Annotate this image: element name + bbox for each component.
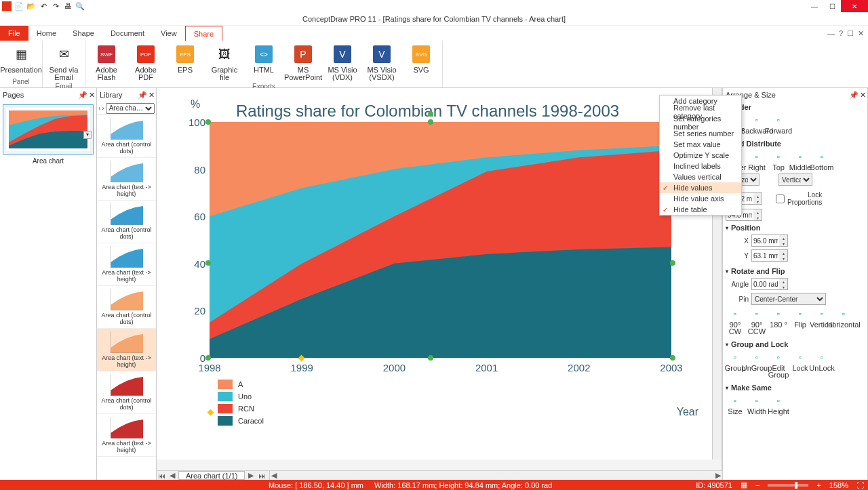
maximize-button[interactable]: ☐: [823, 0, 841, 12]
page-tab[interactable]: Area chart (1/1): [178, 471, 245, 480]
selection-handle[interactable]: [205, 119, 211, 125]
arrange-button[interactable]: ▫UnLock: [812, 351, 831, 378]
chart-object[interactable]: % Ratings share for Colombian TV channel…: [177, 95, 678, 426]
library-item[interactable]: Area chart (text -> height): [97, 158, 156, 201]
ribbon-button[interactable]: PMS PowerPoint: [286, 43, 320, 81]
ribbon-help-icon[interactable]: ?: [839, 29, 843, 38]
distribute-v[interactable]: Vertical: [778, 173, 812, 186]
minimize-button[interactable]: —: [806, 0, 823, 12]
ribbon-button[interactable]: VMS Visio (VDX): [326, 43, 359, 81]
ribbon-button[interactable]: SWFAdobe Flash: [90, 43, 123, 81]
ribbon-button[interactable]: ✉Send via Email: [47, 43, 81, 81]
pin-icon[interactable]: 📌: [78, 91, 87, 100]
section-header[interactable]: Make Same: [726, 382, 865, 393]
arrange-button[interactable]: ▫Height: [769, 394, 788, 415]
status-grid-icon[interactable]: ▦: [741, 481, 747, 489]
selection-handle[interactable]: [670, 260, 675, 266]
arrange-button[interactable]: ▫Middle: [791, 150, 810, 171]
selection-handle[interactable]: [670, 355, 675, 361]
library-item[interactable]: Area chart (text -> height): [97, 414, 156, 457]
ribbon-close-icon[interactable]: ✕: [858, 29, 864, 38]
zoom-controls-icon[interactable]: ⛶: [856, 481, 864, 489]
arrange-button[interactable]: ▫90° CCW: [747, 308, 766, 335]
context-menu-item[interactable]: ✓Hide table: [660, 204, 741, 215]
context-menu-item[interactable]: Optimize Y scale: [660, 150, 741, 161]
selection-handle[interactable]: [428, 119, 433, 125]
pin-icon[interactable]: 📌: [849, 91, 859, 100]
context-menu-item[interactable]: Set series number: [660, 128, 741, 139]
library-item[interactable]: Area chart (control dots): [97, 286, 156, 329]
anchor-handle[interactable]: [208, 409, 214, 416]
arrange-button[interactable]: ▫Top: [769, 150, 788, 171]
arrange-button[interactable]: ▫Size: [726, 394, 745, 415]
ribbon-button[interactable]: ▦Presentation: [4, 43, 38, 74]
spinner[interactable]: ▴▾: [751, 249, 788, 262]
tab-share[interactable]: Share: [185, 26, 222, 41]
arrange-button[interactable]: ▫Forward: [769, 114, 788, 134]
arrange-button[interactable]: ▫UnGroup: [747, 351, 766, 378]
context-menu-item[interactable]: Inclined labels: [660, 161, 741, 171]
new-icon[interactable]: 📄: [14, 1, 24, 12]
zoom-slider[interactable]: [768, 484, 808, 487]
library-item[interactable]: Area chart (control dots): [97, 201, 156, 243]
arrange-button[interactable]: ▫Width: [747, 394, 766, 415]
arrange-button[interactable]: ▫Edit Group: [769, 351, 788, 378]
tab-file[interactable]: File: [0, 26, 28, 41]
open-icon[interactable]: 📂: [26, 1, 37, 12]
pin-select[interactable]: Center-Center: [751, 293, 826, 305]
redo-icon[interactable]: ↷: [50, 1, 61, 12]
ribbon-min-icon[interactable]: —: [827, 29, 835, 38]
spinner[interactable]: ▴▾: [751, 234, 788, 247]
pin-icon[interactable]: 📌: [138, 91, 147, 100]
arrange-button[interactable]: ▫Horizontal: [834, 308, 853, 335]
lib-prev-icon[interactable]: ‹: [98, 104, 100, 112]
section-header[interactable]: Position: [726, 222, 865, 233]
hscroll-right[interactable]: ▶: [714, 471, 722, 480]
hscrollbar[interactable]: [278, 472, 714, 479]
rotate-handle[interactable]: [428, 111, 433, 117]
context-menu-item[interactable]: Set categories number: [660, 117, 741, 128]
ribbon-button[interactable]: 🖼Graphic file: [208, 43, 241, 81]
ribbon-button[interactable]: <>HTML: [247, 43, 281, 74]
find-icon[interactable]: 🔍: [75, 1, 85, 12]
arrange-button[interactable]: ▫Backward: [747, 114, 766, 134]
page-thumbnail[interactable]: ▾: [3, 104, 94, 155]
section-header[interactable]: and Distribute: [726, 138, 865, 149]
section-header[interactable]: Order: [726, 102, 865, 113]
close-button[interactable]: ✕: [841, 0, 868, 12]
undo-icon[interactable]: ↶: [38, 1, 49, 12]
close-icon[interactable]: ✕: [149, 91, 155, 100]
page-last-icon[interactable]: ⏭: [257, 472, 267, 480]
section-header[interactable]: Group and Lock: [726, 339, 865, 350]
selection-handle[interactable]: [205, 260, 211, 266]
close-icon[interactable]: ✕: [860, 91, 866, 100]
ribbon-button[interactable]: SVGSVG: [404, 43, 438, 74]
page-prev-icon[interactable]: ◀: [167, 471, 177, 480]
arrange-button[interactable]: ▫90° CW: [726, 308, 745, 335]
arrange-button[interactable]: ▫Bottom: [812, 150, 831, 171]
zoom-out-icon[interactable]: −: [755, 481, 760, 489]
selection-handle[interactable]: [205, 355, 211, 361]
selection-handle[interactable]: [428, 355, 433, 361]
ribbon-button[interactable]: PDFAdobe PDF: [129, 43, 163, 81]
ribbon-restore-icon[interactable]: ☐: [847, 29, 854, 38]
ribbon-button[interactable]: EPSEPS: [168, 43, 202, 74]
tab-shape[interactable]: Shape: [64, 26, 102, 41]
library-item[interactable]: Area chart (text -> height): [97, 243, 156, 286]
page-first-icon[interactable]: ⏮: [157, 472, 166, 480]
ribbon-button[interactable]: VMS Visio (VSDX): [365, 43, 399, 81]
library-dropdown[interactable]: Area cha…: [106, 103, 155, 114]
lib-next-icon[interactable]: ›: [102, 104, 104, 112]
close-icon[interactable]: ✕: [89, 91, 95, 100]
context-menu-item[interactable]: Hide value axis: [660, 193, 741, 204]
canvas[interactable]: % Ratings share for Colombian TV channel…: [157, 88, 712, 460]
context-menu-item[interactable]: Set max value: [660, 139, 741, 150]
tab-document[interactable]: Document: [102, 26, 153, 41]
tab-home[interactable]: Home: [28, 26, 64, 41]
arrange-button[interactable]: ▫180 °: [769, 308, 788, 335]
zoom-in-icon[interactable]: +: [816, 481, 821, 489]
hscroll-left[interactable]: ◀: [270, 471, 278, 480]
library-item[interactable]: Area chart (control dots): [97, 371, 156, 414]
library-item[interactable]: Area chart (control dots): [97, 115, 156, 158]
spinner[interactable]: ▴▾: [751, 278, 788, 290]
